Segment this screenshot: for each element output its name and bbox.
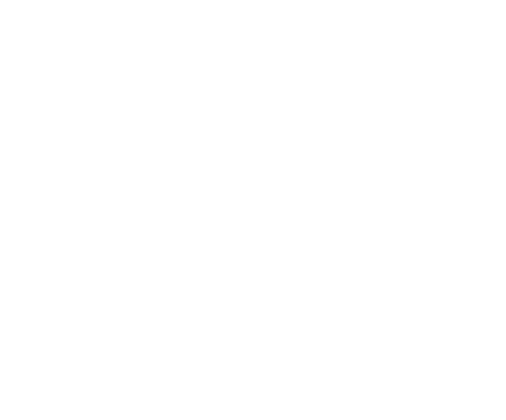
bar-chart <box>0 0 506 420</box>
chart-container <box>0 0 506 420</box>
